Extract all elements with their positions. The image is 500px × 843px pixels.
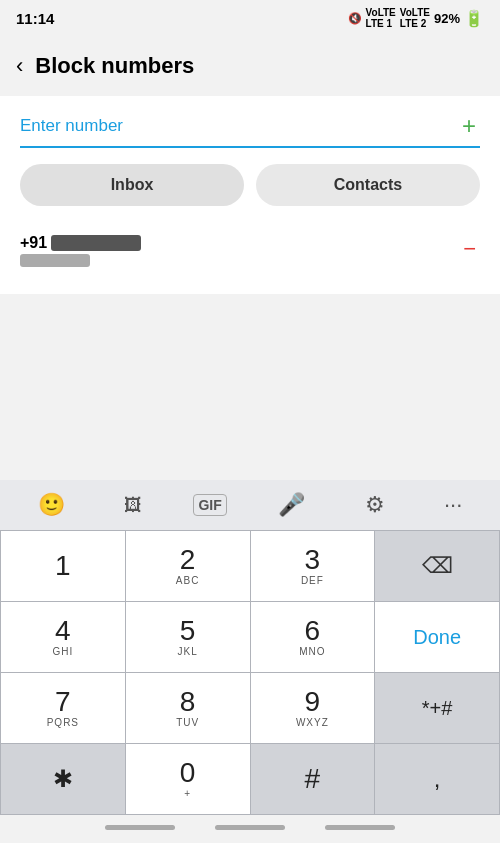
key-8[interactable]: 8 TUV — [126, 673, 250, 743]
key-7[interactable]: 7 PQRS — [1, 673, 125, 743]
page-title: Block numbers — [35, 53, 194, 79]
input-row: + — [20, 112, 480, 148]
redacted-number — [51, 235, 141, 251]
key-done[interactable]: Done — [375, 602, 499, 672]
key-symbols[interactable]: *+# — [375, 673, 499, 743]
back-button[interactable]: ‹ — [16, 53, 23, 79]
more-icon[interactable]: ··· — [436, 484, 470, 526]
mute-icon: 🔇 — [348, 12, 362, 25]
key-hash[interactable]: # — [251, 744, 375, 814]
tab-inbox[interactable]: Inbox — [20, 164, 244, 206]
tab-row: Inbox Contacts — [20, 164, 480, 206]
key-backspace[interactable]: ⌫ — [375, 531, 499, 601]
key-2[interactable]: 2 ABC — [126, 531, 250, 601]
blocked-info: +91 — [20, 234, 141, 270]
blocked-number: +91 — [20, 234, 141, 252]
keyboard-grid: 1 2 ABC 3 DEF ⌫ 4 GHI 5 JKL 6 MNO Done — [0, 530, 500, 815]
phone-input[interactable] — [20, 116, 458, 136]
key-star[interactable]: ✱ — [1, 744, 125, 814]
sticker-icon[interactable]: 🖼 — [116, 487, 150, 524]
backspace-icon: ⌫ — [422, 553, 453, 579]
emoji-icon[interactable]: 🙂 — [30, 484, 73, 526]
redacted-label — [20, 254, 90, 267]
mic-icon[interactable]: 🎤 — [270, 484, 313, 526]
signal-lte1-icon: VoLTELTE 1 — [366, 7, 396, 29]
key-6[interactable]: 6 MNO — [251, 602, 375, 672]
blocked-label — [20, 254, 141, 270]
key-1[interactable]: 1 — [1, 531, 125, 601]
remove-number-button[interactable]: − — [459, 234, 480, 264]
tab-contacts[interactable]: Contacts — [256, 164, 480, 206]
status-icons: 🔇 VoLTELTE 1 VoLTELTE 2 92% 🔋 — [348, 7, 484, 29]
status-bar: 11:14 🔇 VoLTELTE 1 VoLTELTE 2 92% 🔋 — [0, 0, 500, 36]
key-comma[interactable]: , — [375, 744, 499, 814]
keyboard-toolbar: 🙂 🖼 GIF 🎤 ⚙ ··· — [0, 480, 500, 530]
main-content: + Inbox Contacts +91 − — [0, 96, 500, 294]
blocked-entry: +91 − — [20, 226, 480, 278]
key-4[interactable]: 4 GHI — [1, 602, 125, 672]
settings-icon[interactable]: ⚙ — [357, 484, 393, 526]
keyboard-container: 🙂 🖼 GIF 🎤 ⚙ ··· 1 2 ABC 3 DEF ⌫ 4 GHI 5 — [0, 480, 500, 843]
gif-icon[interactable]: GIF — [193, 494, 226, 516]
header: ‹ Block numbers — [0, 36, 500, 96]
signal-lte2-icon: VoLTELTE 2 — [400, 7, 430, 29]
key-0[interactable]: 0 + — [126, 744, 250, 814]
key-9[interactable]: 9 WXYZ — [251, 673, 375, 743]
number-prefix: +91 — [20, 234, 47, 252]
nav-pill-left — [105, 825, 175, 830]
nav-pill-center — [215, 825, 285, 830]
key-3[interactable]: 3 DEF — [251, 531, 375, 601]
nav-bar — [0, 815, 500, 843]
battery-text: 92% — [434, 11, 460, 26]
add-number-button[interactable]: + — [458, 112, 480, 140]
battery-icon: 🔋 — [464, 9, 484, 28]
status-time: 11:14 — [16, 10, 54, 27]
nav-pill-right — [325, 825, 395, 830]
key-5[interactable]: 5 JKL — [126, 602, 250, 672]
